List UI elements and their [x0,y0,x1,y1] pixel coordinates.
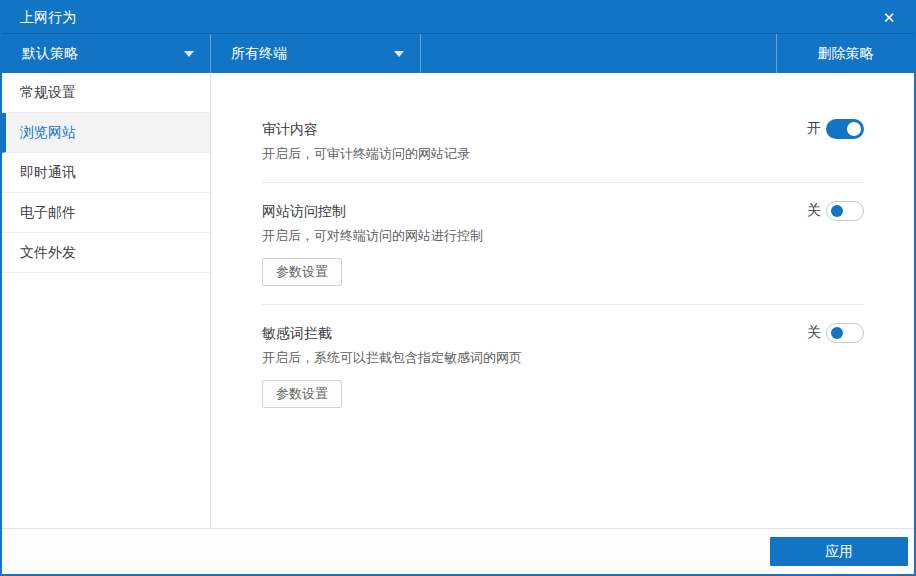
setting-label: 网站访问控制 [262,201,346,221]
toggle-state-label: 开 [807,120,821,138]
footer-bar: 应用 [2,528,914,574]
toggle-knob [831,205,843,217]
toggle-knob [831,327,843,339]
settings-content: 审计内容 开 开启后，可审计终端访问的网站记录 网站访问控制 关 [211,73,914,528]
sidebar-item-instant-messaging[interactable]: 即时通讯 [2,153,210,193]
terminal-dropdown-value: 所有终端 [231,45,287,63]
toolbar-spacer [421,34,776,73]
sidebar-item-general-settings[interactable]: 常规设置 [2,73,210,113]
setting-label: 敏感词拦截 [262,323,332,343]
toggle-state-label: 关 [807,202,821,220]
sidebar-item-email[interactable]: 电子邮件 [2,193,210,233]
title-bar: 上网行为 ✕ [2,2,914,33]
setting-description: 开启后，可审计终端访问的网站记录 [262,144,864,164]
setting-description: 开启后，系统可以拦截包含指定敏感词的网页 [262,348,864,368]
chevron-down-icon [394,51,404,57]
section-head: 审计内容 开 [262,119,864,139]
sidebar: 常规设置 浏览网站 即时通讯 电子邮件 文件外发 [2,73,211,528]
toggle-state-label: 关 [807,324,821,342]
sidebar-item-browse-websites[interactable]: 浏览网站 [2,113,210,153]
setting-section-audit-content: 审计内容 开 开启后，可审计终端访问的网站记录 [262,73,864,183]
setting-label: 审计内容 [262,119,318,139]
toggle-wrap: 关 [807,201,864,221]
toolbar: 默认策略 所有终端 删除策略 [2,33,914,73]
chevron-down-icon [184,51,194,57]
terminal-dropdown[interactable]: 所有终端 [211,34,421,73]
setting-description: 开启后，可对终端访问的网站进行控制 [262,226,864,246]
setting-section-sensitive-word-blocking: 敏感词拦截 关 开启后，系统可以拦截包含指定敏感词的网页 参数设置 [262,305,864,426]
close-icon[interactable]: ✕ [878,7,900,29]
delete-policy-button[interactable]: 删除策略 [776,34,914,73]
parameter-settings-button[interactable]: 参数设置 [262,258,342,286]
section-head: 敏感词拦截 关 [262,323,864,343]
sidebar-item-file-outgoing[interactable]: 文件外发 [2,233,210,273]
sensitive-word-blocking-toggle[interactable] [826,323,864,343]
parameter-settings-button[interactable]: 参数设置 [262,380,342,408]
dialog-body: 常规设置 浏览网站 即时通讯 电子邮件 文件外发 审计内容 开 开启后，可审计终… [2,73,914,528]
section-head: 网站访问控制 关 [262,201,864,221]
toggle-wrap: 开 [807,119,864,139]
setting-section-website-access-control: 网站访问控制 关 开启后，可对终端访问的网站进行控制 参数设置 [262,183,864,305]
policy-dropdown-value: 默认策略 [22,45,78,63]
website-access-control-toggle[interactable] [826,201,864,221]
audit-content-toggle[interactable] [826,119,864,139]
internet-behavior-dialog: 上网行为 ✕ 默认策略 所有终端 删除策略 常规设置 浏览网站 即时通讯 电子邮… [0,0,916,576]
window-title: 上网行为 [20,9,76,27]
toggle-knob [847,122,861,136]
toggle-wrap: 关 [807,323,864,343]
apply-button[interactable]: 应用 [770,537,908,566]
policy-dropdown[interactable]: 默认策略 [2,34,211,73]
